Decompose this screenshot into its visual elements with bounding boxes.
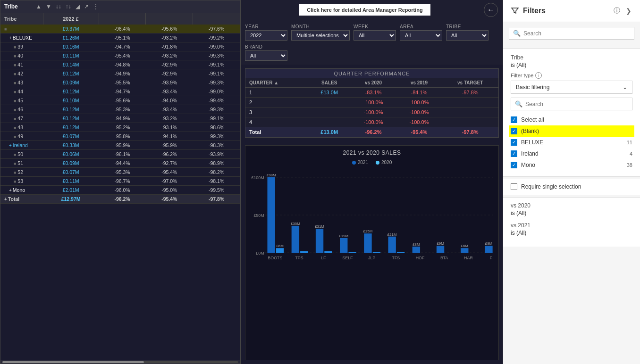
scrollbar-thumb bbox=[2, 361, 144, 363]
sort-desc-btn[interactable]: ▼ bbox=[44, 2, 53, 11]
filter-item[interactable]: BELUXE 11 bbox=[511, 137, 632, 148]
qcell-v2020: -83.1% bbox=[351, 88, 396, 98]
tribe-field-label: Tribe bbox=[511, 54, 632, 61]
slicer-brand-select[interactable]: All bbox=[245, 50, 287, 61]
cell-name: +BELUXE bbox=[0, 33, 43, 42]
qcell-sales bbox=[308, 108, 351, 117]
slicer-tribe-label: TRIBE bbox=[446, 24, 488, 29]
qcell-vtarget bbox=[442, 108, 498, 117]
filter-info-btn[interactable]: ⓘ bbox=[613, 6, 621, 16]
require-single-checkbox[interactable] bbox=[511, 183, 517, 190]
slicer-week-select[interactable]: All bbox=[354, 30, 396, 41]
tribe-search-input[interactable] bbox=[525, 101, 628, 108]
cell-val: £0.12M bbox=[43, 114, 99, 123]
slicer-month-label: MONTH bbox=[291, 24, 350, 29]
top-search-input[interactable] bbox=[523, 30, 630, 37]
cell-c1: -95.4% bbox=[99, 51, 146, 60]
table-row: ■ 47 £0.12M -94.9% -93.2% -99.1% bbox=[0, 114, 240, 123]
cell-val: £0.14M bbox=[43, 60, 99, 69]
cell-name: ■ 48 bbox=[0, 123, 43, 132]
svg-text:TFS: TFS bbox=[392, 256, 400, 260]
cell-c1: -95.9% bbox=[99, 141, 146, 150]
legend-dot-2021 bbox=[352, 161, 356, 165]
back-button[interactable]: ← bbox=[484, 3, 498, 17]
filter-item[interactable]: Ireland 4 bbox=[511, 148, 632, 159]
slicer-year-select[interactable]: 2022 bbox=[245, 30, 287, 41]
filter-item-checkbox[interactable] bbox=[511, 162, 517, 168]
qtotal-sales: £13.0M bbox=[308, 127, 351, 137]
cell-val: £0.11M bbox=[43, 177, 99, 186]
sort-asc2-btn[interactable]: ↓↓ bbox=[54, 2, 63, 11]
select-all-checkbox[interactable] bbox=[511, 116, 517, 123]
svg-text:£9M: £9M bbox=[437, 241, 444, 246]
quarter-body: 1 £13.0M -83.1% -84.1% -97.8% 2 -100.0% … bbox=[245, 88, 498, 137]
cell-c3: -97.6% bbox=[193, 25, 240, 33]
cell-c1: -95.3% bbox=[99, 168, 146, 177]
qtotal-v2019: -95.4% bbox=[396, 127, 442, 137]
cell-c3: -99.5% bbox=[193, 186, 240, 195]
cell-c2: -93.1% bbox=[146, 123, 193, 132]
svg-text:£25M: £25M bbox=[363, 229, 373, 233]
slicer-month-select[interactable]: Multiple selections bbox=[291, 30, 350, 41]
area-manager-btn[interactable]: Click here for detailed Area Manager Rep… bbox=[299, 4, 430, 16]
filter-header: Filters ⓘ ❯ bbox=[503, 0, 640, 22]
slicer-tribe-select[interactable]: All bbox=[446, 30, 488, 41]
horizontal-scrollbar[interactable] bbox=[0, 360, 240, 364]
cell-c2: -95.4% bbox=[146, 195, 193, 204]
table-header-row: Tribe 2022 £ bbox=[0, 13, 240, 25]
filter-item-checkbox[interactable] bbox=[511, 150, 517, 157]
svg-text:£8M: £8M bbox=[413, 242, 420, 247]
bar-2020 bbox=[388, 237, 396, 253]
slicer-month: MONTH Multiple selections bbox=[291, 24, 350, 41]
quarter-row: 2 -100.0% -100.0% bbox=[245, 98, 498, 108]
svg-text:£21M: £21M bbox=[387, 232, 397, 237]
cell-val: £12.97M bbox=[43, 195, 99, 204]
select-all-item[interactable]: Select all bbox=[511, 114, 632, 125]
bar-2020 bbox=[292, 226, 299, 253]
sort-asc-btn[interactable]: ▲ bbox=[34, 2, 43, 11]
cell-name: ■ 52 bbox=[0, 168, 43, 177]
expand-btn[interactable]: ↗ bbox=[83, 2, 90, 11]
sort-desc2-btn[interactable]: ↑↓ bbox=[64, 2, 73, 11]
cell-c1: -96.2% bbox=[99, 195, 146, 204]
filter-item-checkbox[interactable] bbox=[511, 139, 517, 146]
qcell-sales: £13.0M bbox=[308, 88, 351, 98]
vs2021-value: is (All) bbox=[511, 230, 632, 236]
filter-item-label: Ireland bbox=[521, 150, 539, 157]
svg-text:LF: LF bbox=[321, 256, 326, 260]
cell-val: £0.07M bbox=[43, 168, 99, 177]
cell-val: £0.33M bbox=[43, 141, 99, 150]
filter-item[interactable]: (Blank) bbox=[509, 125, 634, 137]
filter-item-count: 11 bbox=[627, 140, 632, 145]
filter-btn[interactable]: ◢ bbox=[74, 2, 81, 11]
cell-name: ■ 44 bbox=[0, 87, 43, 96]
cell-c1: -95.5% bbox=[99, 78, 146, 87]
filter-item-checkbox[interactable] bbox=[511, 128, 517, 134]
filter-type-dropdown[interactable]: Basic filtering ⌄ bbox=[511, 81, 632, 94]
bar-2020 bbox=[316, 229, 323, 253]
sort-icons: ▲ ▼ ↓↓ ↑↓ ◢ ↗ ⋮ bbox=[34, 2, 100, 11]
col-2022: 2022 £ bbox=[43, 13, 99, 25]
cell-c3: -98.6% bbox=[193, 123, 240, 132]
filter-header-icons: ⓘ ❯ bbox=[613, 6, 632, 16]
cell-c1: -96.1% bbox=[99, 150, 146, 159]
dropdown-chevron-icon: ⌄ bbox=[623, 84, 627, 91]
tribe-filter-search-box: 🔍 bbox=[511, 98, 632, 110]
slicer-area-select[interactable]: All bbox=[400, 30, 442, 41]
filter-chevron-btn[interactable]: ❯ bbox=[625, 6, 632, 16]
quarter-total-row: Total £13.0M -96.2% -95.4% -97.8% bbox=[245, 127, 498, 137]
cell-c2: -95.9% bbox=[146, 141, 193, 150]
cell-c1: -94.9% bbox=[99, 69, 146, 78]
cell-c2: -93.2% bbox=[146, 114, 193, 123]
filter-type-info-icon[interactable]: i bbox=[535, 72, 542, 79]
cell-c2: -92.7% bbox=[146, 159, 193, 168]
tribe-filter-section: Tribe is (All) Filter type i Basic filte… bbox=[503, 49, 640, 177]
more-btn[interactable]: ⋮ bbox=[92, 2, 100, 11]
filter-title-row: Filters bbox=[511, 7, 546, 15]
scrollbar-track bbox=[2, 361, 238, 363]
filter-item[interactable]: Mono 38 bbox=[511, 159, 632, 171]
bar-2020 bbox=[461, 248, 468, 253]
cell-c1: -96.0% bbox=[99, 186, 146, 195]
legend-2020: 2020 bbox=[376, 160, 392, 165]
cell-val: £0.12M bbox=[43, 87, 99, 96]
